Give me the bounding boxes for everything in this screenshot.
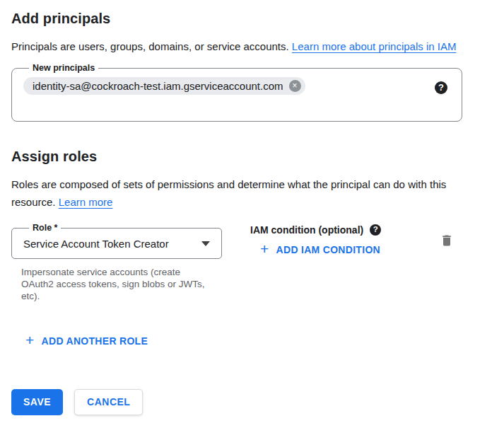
assign-roles-title: Assign roles [11,149,493,165]
principal-chip: identity-sa@cockroach-test.iam.gservicea… [23,77,305,95]
add-another-role-label: ADD ANOTHER ROLE [42,335,148,347]
iam-condition-help-icon[interactable]: ? [370,224,381,236]
assign-roles-description: Roles are composed of sets of permission… [11,175,469,211]
help-glyph: ? [438,83,444,92]
principals-help-icon[interactable]: ? [435,81,447,94]
new-principals-label: New principals [29,64,98,73]
learn-more-roles-link[interactable]: Learn more [59,196,113,208]
page-title: Add principals [11,11,493,27]
add-iam-condition-label: ADD IAM CONDITION [276,244,380,255]
role-column: Role * Service Account Token Creator Imp… [11,224,235,302]
iam-condition-label: IAM condition (optional) [250,224,363,236]
close-icon: × [293,81,298,90]
help-glyph: ? [373,226,378,234]
principals-description-text: Principals are users, groups, domains, o… [11,40,289,52]
iam-condition-label-row: IAM condition (optional) ? [250,224,381,236]
dropdown-arrow-icon [201,241,210,246]
save-button[interactable]: SAVE [11,389,63,415]
chip-remove-button[interactable]: × [289,80,301,92]
new-principals-field[interactable]: New principals identity-sa@cockroach-tes… [11,64,462,122]
add-iam-condition-button[interactable]: + ADD IAM CONDITION [260,243,380,256]
learn-more-principals-link[interactable]: Learn more about principals in IAM [292,40,457,52]
delete-role-button[interactable] [440,233,454,248]
principal-chip-text: identity-sa@cockroach-test.iam.gservicea… [33,80,283,92]
plus-icon: + [260,241,269,256]
cancel-button[interactable]: CANCEL [74,389,143,415]
role-row: Role * Service Account Token Creator Imp… [11,224,493,302]
iam-condition-column: IAM condition (optional) ? + ADD IAM CON… [250,224,381,257]
principals-description: Principals are users, groups, domains, o… [11,37,469,55]
role-value-row: Service Account Token Creator [23,238,211,250]
add-another-role-button[interactable]: + ADD ANOTHER ROLE [25,335,148,347]
principal-chip-row: identity-sa@cockroach-test.iam.gservicea… [23,77,452,95]
role-helper-text: Impersonate service accounts (create OAu… [21,266,211,302]
role-select[interactable]: Role * Service Account Token Creator [11,224,222,259]
trash-icon [440,233,454,248]
role-label: Role * [29,224,61,233]
plus-icon: + [25,333,35,347]
actions-row: SAVE CANCEL [11,389,493,415]
add-principals-panel: Add principals Principals are users, gro… [0,0,504,415]
role-selected-value: Service Account Token Creator [23,238,169,250]
